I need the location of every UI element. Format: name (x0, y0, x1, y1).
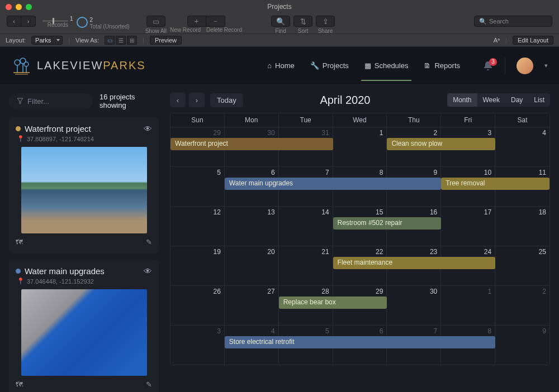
card-title: Waterfront project (25, 124, 140, 133)
sort-button[interactable]: ⇅ (293, 16, 312, 27)
svg-point-0 (15, 60, 20, 65)
day-header: Sun (170, 113, 225, 127)
app-header: LAKEVIEWPARKS ⌂Home 🔧Projects ▦Schedules… (0, 47, 559, 85)
title-bar: Projects (0, 0, 559, 13)
day-header: Thu (387, 113, 441, 127)
nav-forward-button[interactable]: › (21, 16, 36, 27)
user-avatar[interactable] (517, 58, 533, 74)
maximize-window-button[interactable] (26, 4, 32, 10)
svg-point-2 (24, 62, 29, 66)
project-card-watermain[interactable]: Water main upgrades 👁 📍37.046448, -121.1… (9, 260, 159, 392)
close-window-button[interactable] (6, 4, 12, 10)
project-card-waterfront[interactable]: Waterfront project 👁 📍37.808897, -121.74… (9, 117, 159, 253)
calendar-cell[interactable]: 3 (170, 326, 225, 365)
cal-next-button[interactable]: › (189, 93, 205, 107)
new-record-button[interactable]: ＋ (187, 16, 206, 27)
calendar-event[interactable]: Fleet maintenance (333, 257, 496, 269)
calendar-cell[interactable]: 21 (279, 246, 333, 285)
search-icon: 🔍 (479, 18, 487, 25)
eye-icon[interactable]: 👁 (144, 124, 152, 133)
calendar-cell[interactable]: 20 (225, 246, 279, 285)
layout-select[interactable]: Parks (31, 36, 63, 45)
calendar-cell[interactable]: 13 (225, 207, 279, 246)
chevron-down-icon[interactable]: ▾ (544, 62, 548, 69)
preview-button[interactable]: Preview (150, 36, 182, 45)
nav-home[interactable]: ⌂Home (267, 61, 295, 81)
view-day[interactable]: Day (505, 93, 528, 107)
calendar-grid: Sun Mon Tue Wed Thu Fri Sat 293031123456… (170, 113, 550, 365)
show-all-button[interactable]: ▭ (146, 16, 165, 27)
nav-back-button[interactable]: ‹ (7, 16, 21, 27)
map-icon[interactable]: 🗺 (16, 238, 23, 246)
calendar-event[interactable]: Restroom #502 repair (333, 217, 442, 230)
calendar-event[interactable]: Clean snow plow (387, 138, 495, 150)
calendar-event[interactable]: Replace bear box (279, 297, 387, 309)
nav-reports[interactable]: 🗎Reports (424, 61, 460, 81)
document-icon: 🗎 (424, 61, 431, 70)
calendar-cell[interactable]: 30 (387, 286, 441, 325)
calendar-icon: ▦ (364, 61, 371, 70)
calendar-cell[interactable]: 18 (495, 207, 549, 246)
view-week[interactable]: Week (477, 93, 505, 107)
day-header: Wed (333, 113, 387, 127)
notifications-button[interactable]: 3 (482, 60, 494, 71)
calendar-cell[interactable]: 2 (495, 286, 549, 325)
calendar-panel: ‹ › Today April 2020 Month Week Day List… (168, 85, 559, 392)
calendar-cell[interactable]: 25 (495, 246, 549, 285)
day-header: Fri (441, 113, 495, 127)
calendar-event[interactable]: Store electrical retrofit (225, 336, 495, 348)
status-dot (16, 269, 21, 274)
calendar-cell[interactable]: 5 (170, 167, 225, 206)
edit-layout-button[interactable]: Edit Layout (513, 36, 553, 45)
view-form-icon[interactable]: ▭ (105, 36, 115, 45)
calendar-cell[interactable]: 1 (333, 127, 387, 166)
record-slider[interactable] (42, 20, 68, 22)
found-count-pie-icon (77, 17, 88, 28)
search-input[interactable]: 🔍 Search (474, 16, 552, 27)
layout-bar: Layout: Parks | View As: ▭ ☰ ⊞ | Preview… (0, 34, 559, 47)
window-title: Projects (267, 3, 291, 11)
calendar-cell[interactable]: 14 (279, 207, 333, 246)
view-as-label: View As: (75, 37, 99, 44)
find-button[interactable]: 🔍 (271, 16, 290, 27)
found-count: 2 (90, 17, 130, 23)
calendar-cell[interactable]: 12 (170, 207, 225, 246)
nav-projects[interactable]: 🔧Projects (310, 61, 349, 81)
calendar-event[interactable]: Water main upgrades (225, 178, 441, 190)
layout-label: Layout: (6, 37, 26, 44)
records-label: Records (48, 22, 68, 28)
calendar-cell[interactable]: 27 (225, 286, 279, 325)
pin-icon: 📍 (17, 135, 25, 142)
record-number: 1 (70, 16, 73, 22)
text-size-button[interactable]: Aᵃ (494, 37, 500, 44)
project-count: 16 projects showing (100, 93, 159, 109)
eye-icon[interactable]: 👁 (144, 266, 152, 276)
map-icon[interactable]: 🗺 (16, 380, 23, 389)
calendar-cell[interactable]: 17 (441, 207, 495, 246)
edit-icon[interactable]: ✎ (146, 238, 152, 246)
share-button[interactable]: ⇪ (316, 16, 335, 27)
view-table-icon[interactable]: ⊞ (127, 36, 137, 45)
today-button[interactable]: Today (210, 93, 243, 107)
cal-prev-button[interactable]: ‹ (170, 93, 186, 107)
logo-icon (11, 56, 31, 76)
view-month[interactable]: Month (447, 93, 477, 107)
notification-badge: 3 (489, 58, 497, 66)
view-list-icon[interactable]: ☰ (116, 36, 126, 45)
home-icon: ⌂ (267, 61, 272, 70)
calendar-event[interactable]: Tree removal (441, 178, 549, 190)
calendar-cell[interactable]: 26 (170, 286, 225, 325)
calendar-cell[interactable]: 1 (441, 286, 495, 325)
project-image (21, 147, 147, 233)
view-list[interactable]: List (528, 93, 550, 107)
edit-icon[interactable]: ✎ (146, 380, 152, 389)
calendar-cell[interactable]: 4 (495, 127, 549, 166)
calendar-event[interactable]: Waterfront project (170, 138, 333, 150)
delete-record-button[interactable]: － (206, 16, 225, 27)
calendar-cell[interactable]: 9 (495, 326, 549, 365)
nav-schedules[interactable]: ▦Schedules (364, 61, 409, 81)
minimize-window-button[interactable] (16, 4, 22, 10)
calendar-cell[interactable]: 19 (170, 246, 225, 285)
filter-input[interactable]: Filter... (9, 93, 93, 109)
app-toolbar: ‹ › 1 Records 2 Total (Unsorted) ▭ Show … (0, 13, 559, 34)
